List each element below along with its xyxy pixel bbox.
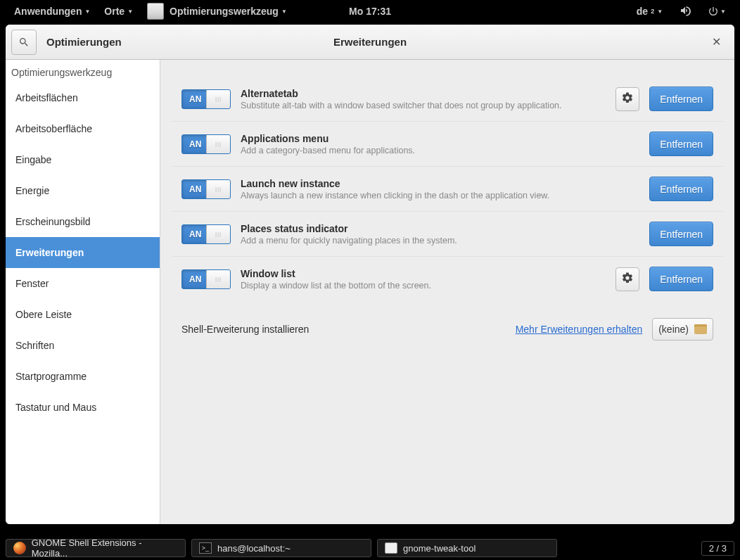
toggle-switch[interactable]: AN||| xyxy=(181,134,231,154)
power-icon[interactable]: ▼ xyxy=(701,3,733,20)
extension-row: AN|||Window listDisplay a window list at… xyxy=(172,256,723,301)
sidebar-item-schriften[interactable]: Schriften xyxy=(6,330,160,361)
places-label: Orte xyxy=(104,6,125,17)
extension-settings-button[interactable] xyxy=(615,87,639,111)
toggle-knob: ||| xyxy=(206,225,230,243)
extension-description: Display a window list at the bottom of t… xyxy=(241,281,606,291)
task-terminal-label: hans@localhost:~ xyxy=(217,543,291,554)
tweaks-window: Optimierungen Erweiterungen ✕ Optimierun… xyxy=(6,25,734,524)
toggle-on-label: AN xyxy=(182,274,201,284)
toggle-knob: ||| xyxy=(206,135,230,153)
places-menu[interactable]: Orte ▼ xyxy=(97,3,140,20)
app-menu-label: Optimierungswerkzeug xyxy=(170,6,279,17)
task-terminal[interactable]: >_ hans@localhost:~ xyxy=(191,539,371,557)
install-file-chooser[interactable]: (keine) xyxy=(652,318,713,341)
chevron-down-icon: ▼ xyxy=(281,8,287,15)
extension-row: AN|||Applications menuAdd a category-bas… xyxy=(172,121,723,166)
install-shell-label: Shell-Erweiterung installieren xyxy=(181,324,309,335)
sidebar-item-tastatur-und-maus[interactable]: Tastatur und Maus xyxy=(6,392,160,423)
applications-label: Anwendungen xyxy=(14,6,82,17)
extension-name: Alternatetab xyxy=(241,88,606,99)
page-title: Erweiterungen xyxy=(333,36,407,48)
toggle-on-label: AN xyxy=(182,139,201,149)
remove-button[interactable]: Entfernen xyxy=(649,87,713,111)
folder-icon xyxy=(694,324,707,334)
window-content: Optimierungswerkzeug ArbeitsflächenArbei… xyxy=(6,60,734,524)
app-menu-icon xyxy=(147,3,164,20)
tweak-tool-icon xyxy=(385,542,397,554)
close-icon: ✕ xyxy=(712,35,721,49)
extension-text: Window listDisplay a window list at the … xyxy=(241,268,606,291)
keyboard-variant: 2 xyxy=(651,8,654,15)
extension-settings-button[interactable] xyxy=(615,267,639,291)
more-extensions-link[interactable]: Mehr Erweiterungen erhalten xyxy=(516,324,643,335)
toggle-on-label: AN xyxy=(182,229,201,239)
extension-name: Launch new instance xyxy=(241,178,639,189)
sidebar-item-startprogramme[interactable]: Startprogramme xyxy=(6,361,160,392)
sidebar-item-obere-leiste[interactable]: Obere Leiste xyxy=(6,299,160,330)
workspace-label: 2 / 3 xyxy=(709,543,727,554)
toggle-switch[interactable]: AN||| xyxy=(181,89,231,109)
firefox-icon xyxy=(13,542,26,554)
workspace-indicator[interactable]: 2 / 3 xyxy=(701,541,734,556)
chevron-down-icon: ▼ xyxy=(657,8,663,15)
chevron-down-icon: ▼ xyxy=(84,8,90,15)
volume-icon[interactable] xyxy=(680,5,691,18)
sidebar: Optimierungswerkzeug ArbeitsflächenArbei… xyxy=(6,60,160,524)
extension-description: Substitute alt-tab with a window based s… xyxy=(241,101,606,110)
extension-description: Always launch a new instance when clicki… xyxy=(241,191,639,201)
remove-button[interactable]: Entfernen xyxy=(649,177,713,201)
search-button[interactable] xyxy=(11,30,37,55)
toggle-knob: ||| xyxy=(206,270,230,288)
titlebar: Optimierungen Erweiterungen ✕ xyxy=(6,25,734,60)
app-menu[interactable]: Optimierungswerkzeug ▼ xyxy=(140,0,294,23)
sidebar-item-energie[interactable]: Energie xyxy=(6,175,160,206)
extension-name: Window list xyxy=(241,268,606,279)
keyboard-indicator[interactable]: de2 ▼ xyxy=(630,3,670,20)
app-title: Optimierungen xyxy=(46,36,122,48)
terminal-icon: >_ xyxy=(199,542,212,554)
install-none-label: (keine) xyxy=(658,324,689,335)
sidebar-item-erscheinungsbild[interactable]: Erscheinungsbild xyxy=(6,206,160,237)
toggle-switch[interactable]: AN||| xyxy=(181,179,231,199)
extension-row: AN|||Launch new instanceAlways launch a … xyxy=(172,166,723,211)
sidebar-item-erweiterungen[interactable]: Erweiterungen xyxy=(6,237,160,268)
chevron-down-icon: ▼ xyxy=(127,8,133,15)
applications-menu[interactable]: Anwendungen ▼ xyxy=(7,3,97,20)
extension-name: Applications menu xyxy=(241,133,639,144)
sidebar-item-arbeitsoberfläche[interactable]: Arbeitsoberfläche xyxy=(6,113,160,144)
search-icon xyxy=(18,37,30,48)
toggle-knob: ||| xyxy=(206,90,230,108)
extension-row: AN|||Places status indicatorAdd a menu f… xyxy=(172,211,723,256)
bottom-taskbar: GNOME Shell Extensions - Mozilla... >_ h… xyxy=(0,536,740,560)
gear-icon xyxy=(621,91,634,107)
toggle-on-label: AN xyxy=(182,184,201,194)
remove-button[interactable]: Entfernen xyxy=(649,267,713,291)
top-panel: Anwendungen ▼ Orte ▼ Optimierungswerkzeu… xyxy=(0,0,740,23)
remove-button[interactable]: Entfernen xyxy=(649,222,713,246)
sidebar-item-eingabe[interactable]: Eingabe xyxy=(6,144,160,175)
chevron-down-icon: ▼ xyxy=(720,8,726,15)
main-pane: AN|||AlternatetabSubstitute alt-tab with… xyxy=(160,60,734,524)
toggle-knob: ||| xyxy=(206,180,230,198)
extension-name: Places status indicator xyxy=(241,223,639,234)
task-tweak[interactable]: gnome-tweak-tool xyxy=(377,539,557,557)
toggle-switch[interactable]: AN||| xyxy=(181,224,231,244)
task-firefox[interactable]: GNOME Shell Extensions - Mozilla... xyxy=(6,539,186,557)
extension-text: Places status indicatorAdd a menu for qu… xyxy=(241,223,639,246)
sidebar-item-arbeitsflächen[interactable]: Arbeitsflächen xyxy=(6,82,160,113)
clock-label: Mo 17:31 xyxy=(349,6,391,17)
sidebar-item-fenster[interactable]: Fenster xyxy=(6,268,160,299)
sidebar-header: Optimierungswerkzeug xyxy=(6,60,160,82)
extension-text: Launch new instanceAlways launch a new i… xyxy=(241,178,639,201)
clock[interactable]: Mo 17:31 xyxy=(342,3,398,20)
keyboard-layout: de xyxy=(637,6,648,17)
install-row: Shell-Erweiterung installieren Mehr Erwe… xyxy=(172,308,723,350)
task-firefox-label: GNOME Shell Extensions - Mozilla... xyxy=(32,537,178,559)
close-button[interactable]: ✕ xyxy=(706,32,726,52)
gear-icon xyxy=(621,272,634,287)
remove-button[interactable]: Entfernen xyxy=(649,132,713,156)
toggle-switch[interactable]: AN||| xyxy=(181,269,231,289)
extension-text: AlternatetabSubstitute alt-tab with a wi… xyxy=(241,88,606,110)
extension-description: Add a menu for quickly navigating places… xyxy=(241,236,639,246)
